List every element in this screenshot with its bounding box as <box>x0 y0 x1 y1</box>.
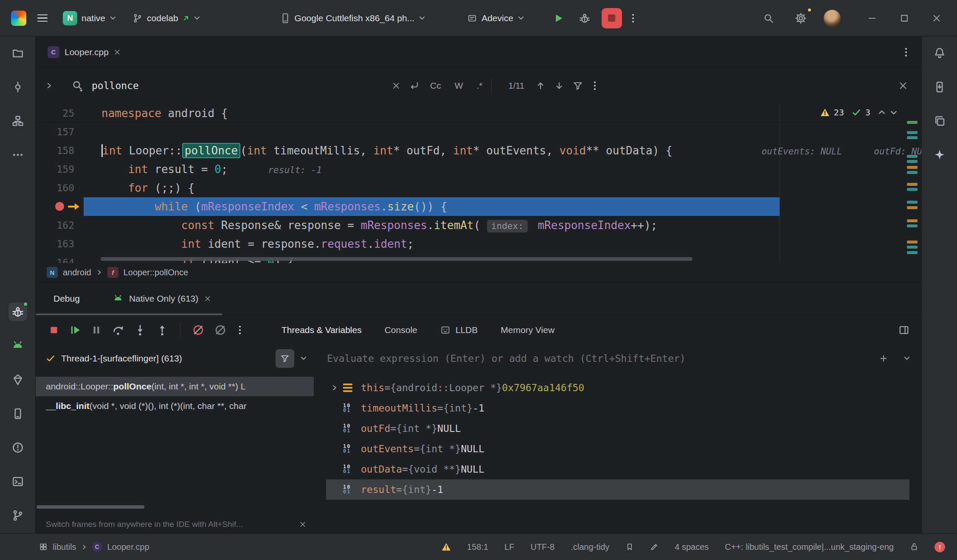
breadcrumb-namespace[interactable]: android <box>63 268 91 277</box>
close-session-icon[interactable] <box>204 295 211 302</box>
toolwindow-layers-button[interactable] <box>930 112 949 130</box>
indent-config[interactable]: 4 spaces <box>675 542 709 552</box>
code-line[interactable]: while (mResponseIndex < mResponses.size(… <box>36 197 921 216</box>
variable-row[interactable]: 1001outFd = {int *} NULL <box>326 418 921 439</box>
toolwindow-debug-button[interactable] <box>8 302 27 321</box>
editor-tab-looper-cpp[interactable]: C Looper.cpp <box>36 36 130 67</box>
code-line-text[interactable]: const Response& response = mResponses.it… <box>101 216 657 235</box>
add-watch-icon[interactable] <box>879 354 888 363</box>
editor-horizontal-scrollbar[interactable] <box>101 257 692 261</box>
debug-button[interactable] <box>575 9 594 28</box>
error-notification-icon[interactable]: ! <box>934 542 945 552</box>
step-into-button[interactable] <box>134 324 146 336</box>
frames-horizontal-scrollbar[interactable] <box>37 505 144 509</box>
more-toolwindows-button[interactable] <box>8 146 27 164</box>
gutter[interactable]: 158 <box>36 141 101 160</box>
code-line[interactable]: 163 int ident = response.request.ident; <box>36 235 921 253</box>
tab-options-button[interactable] <box>903 45 909 59</box>
stripe-mark[interactable] <box>907 136 918 139</box>
variable-row[interactable]: 1001timeoutMillis = {int} -1 <box>326 398 921 418</box>
stripe-mark[interactable] <box>907 131 918 134</box>
layout-settings-button[interactable] <box>898 325 909 336</box>
newline-icon[interactable] <box>409 81 419 91</box>
project-widget[interactable]: N native <box>59 8 121 29</box>
stripe-mark[interactable] <box>907 251 918 254</box>
expand-search-button[interactable] <box>36 68 63 104</box>
statusbar-module[interactable]: libutils <box>53 542 76 552</box>
highlighting-pen-icon[interactable] <box>650 543 659 551</box>
next-match-button[interactable] <box>554 81 564 91</box>
window-minimize-button[interactable] <box>863 9 881 28</box>
evaluate-expression-input[interactable]: Evaluate expression (Enter) or add a wat… <box>314 345 921 372</box>
remove-breakpoints-button[interactable] <box>214 324 226 336</box>
toolwindow-project-button[interactable] <box>8 44 27 62</box>
toolwindow-version-control-button[interactable] <box>8 506 27 525</box>
clear-search-icon[interactable] <box>392 81 400 90</box>
debug-toolwindow-title[interactable]: Debug <box>53 294 80 304</box>
unlock-icon[interactable] <box>910 542 918 552</box>
close-search-button[interactable] <box>898 81 908 90</box>
thread-selector[interactable]: Thread-1-[surfaceflinger] (613) <box>36 345 314 372</box>
stack-frame[interactable]: __libc_init(void *, void (*)(), int (*)(… <box>36 396 314 416</box>
stripe-mark[interactable] <box>907 188 918 191</box>
warning-icon[interactable] <box>442 543 451 551</box>
stack-frame[interactable]: android::Looper::pollOnce(int, int *, in… <box>36 377 314 396</box>
stripe-mark[interactable] <box>907 155 918 158</box>
debug-more-options-button[interactable] <box>236 323 243 337</box>
toolwindow-problems-button[interactable] <box>8 438 27 457</box>
stripe-mark[interactable] <box>907 206 918 209</box>
pause-button[interactable] <box>91 325 102 336</box>
code-line-text[interactable]: int Looper::pollOnce(int timeoutMillis, … <box>101 141 921 160</box>
code-line-text[interactable]: while (mResponseIndex < mResponses.size(… <box>101 197 447 216</box>
caret-position[interactable]: 158:1 <box>467 542 488 552</box>
gutter[interactable]: 163 <box>36 235 101 253</box>
inspections-widget[interactable]: 23 3 <box>820 107 898 118</box>
gutter[interactable]: 25 <box>36 104 101 122</box>
stripe-mark[interactable] <box>907 121 918 124</box>
variable-row[interactable]: 1001outData = {void **} NULL <box>326 459 921 479</box>
search-everywhere-button[interactable] <box>759 9 778 28</box>
toolwindow-terminal-button[interactable] <box>8 472 27 491</box>
previous-match-button[interactable] <box>535 81 546 91</box>
gutter[interactable] <box>36 197 101 216</box>
breadcrumb-function[interactable]: Looper::pollOnce <box>124 268 188 277</box>
toolwindow-structure-button[interactable] <box>8 112 27 130</box>
stripe-mark[interactable] <box>907 166 918 169</box>
stripe-mark[interactable] <box>907 224 918 227</box>
breakpoint-icon[interactable] <box>55 202 64 211</box>
code-line-text[interactable]: for (;;) { <box>101 179 194 197</box>
avatar[interactable] <box>824 10 841 27</box>
run-configuration-selector[interactable]: Adevice <box>463 10 529 27</box>
settings-button[interactable] <box>791 9 810 28</box>
search-mode-button[interactable] <box>71 79 84 92</box>
filter-search-icon[interactable] <box>573 81 583 91</box>
code-line[interactable]: 157 <box>36 123 921 141</box>
gutter[interactable]: 160 <box>36 179 101 197</box>
stripe-mark[interactable] <box>907 201 918 204</box>
toolwindow-running-devices-button[interactable] <box>8 404 27 423</box>
toolwindow-commit-button[interactable] <box>8 78 27 96</box>
gutter[interactable]: 159 <box>36 160 101 179</box>
tab-memory-view[interactable]: Memory View <box>501 325 554 335</box>
stop-process-button[interactable] <box>48 325 59 336</box>
tab-threads-variables[interactable]: Threads & Variables <box>281 325 362 335</box>
main-menu-button[interactable] <box>34 11 51 25</box>
code-line-text[interactable]: namespace android { <box>101 104 228 122</box>
notifications-button[interactable] <box>930 44 949 62</box>
tab-lldb[interactable]: LLDB <box>440 325 478 335</box>
mute-breakpoints-button[interactable] <box>192 324 204 336</box>
toolwindow-app-inspection-button[interactable] <box>8 370 27 389</box>
stripe-mark[interactable] <box>907 219 918 222</box>
file-encoding[interactable]: UTF-8 <box>530 542 554 552</box>
debug-session-tab[interactable]: Native Only (613) <box>113 294 211 304</box>
variable-row[interactable]: 1001outEvents = {int *} NULL <box>326 439 921 459</box>
vcs-branch-widget[interactable]: codelab <box>128 10 205 27</box>
tab-console[interactable]: Console <box>385 325 417 335</box>
search-input[interactable]: pollonce <box>92 80 392 91</box>
step-out-button[interactable] <box>156 324 168 336</box>
next-problem-icon[interactable] <box>890 109 898 116</box>
stripe-mark[interactable] <box>907 246 918 249</box>
expand-chevron-icon[interactable] <box>326 384 343 391</box>
code-line[interactable]: 25namespace android { <box>36 104 921 123</box>
search-options-button[interactable] <box>591 79 598 92</box>
